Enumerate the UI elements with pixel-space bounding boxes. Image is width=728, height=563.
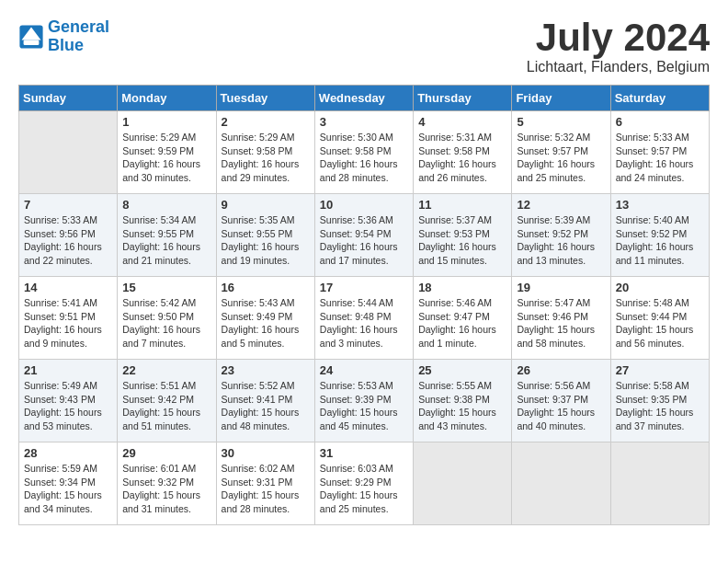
calendar-cell-2-2: 16Sunrise: 5:43 AM Sunset: 9:49 PM Dayli… (216, 277, 314, 360)
calendar-cell-4-1: 29Sunrise: 6:01 AM Sunset: 9:32 PM Dayli… (118, 442, 216, 525)
day-number: 12 (517, 198, 605, 212)
calendar-row-3: 21Sunrise: 5:49 AM Sunset: 9:43 PM Dayli… (19, 360, 710, 442)
calendar-cell-3-1: 22Sunrise: 5:51 AM Sunset: 9:42 PM Dayli… (118, 360, 216, 442)
month-title: July 2024 (527, 18, 710, 57)
calendar-header: Sunday Monday Tuesday Wednesday Thursday… (19, 86, 710, 111)
cell-content: Sunrise: 5:59 AM Sunset: 9:34 PM Dayligh… (24, 462, 112, 516)
calendar-cell-3-2: 23Sunrise: 5:52 AM Sunset: 9:41 PM Dayli… (216, 360, 314, 442)
day-number: 10 (320, 198, 408, 212)
calendar-cell-0-5: 5Sunrise: 5:32 AM Sunset: 9:57 PM Daylig… (512, 111, 610, 194)
calendar-cell-0-4: 4Sunrise: 5:31 AM Sunset: 9:58 PM Daylig… (414, 111, 512, 194)
day-number: 3 (320, 115, 408, 129)
cell-content: Sunrise: 5:29 AM Sunset: 9:58 PM Dayligh… (222, 131, 310, 185)
cell-content: Sunrise: 5:33 AM Sunset: 9:57 PM Dayligh… (616, 131, 704, 185)
day-number: 13 (616, 198, 704, 212)
header-tuesday: Tuesday (216, 86, 314, 111)
logo-text: General Blue (48, 18, 109, 55)
calendar-cell-2-4: 18Sunrise: 5:46 AM Sunset: 9:47 PM Dayli… (414, 277, 512, 360)
calendar-body: 1Sunrise: 5:29 AM Sunset: 9:59 PM Daylig… (19, 111, 710, 525)
location-title: Lichtaart, Flanders, Belgium (527, 59, 710, 75)
calendar-cell-0-0 (19, 111, 118, 194)
header-wednesday: Wednesday (314, 86, 413, 111)
day-number: 11 (418, 198, 506, 212)
calendar-cell-4-0: 28Sunrise: 5:59 AM Sunset: 9:34 PM Dayli… (19, 442, 118, 525)
calendar-row-4: 28Sunrise: 5:59 AM Sunset: 9:34 PM Dayli… (19, 442, 710, 525)
header-friday: Friday (512, 86, 610, 111)
calendar-cell-1-0: 7Sunrise: 5:33 AM Sunset: 9:56 PM Daylig… (19, 194, 118, 277)
calendar-cell-3-4: 25Sunrise: 5:55 AM Sunset: 9:38 PM Dayli… (414, 360, 512, 442)
day-number: 27 (616, 363, 704, 377)
cell-content: Sunrise: 5:49 AM Sunset: 9:43 PM Dayligh… (24, 379, 112, 433)
day-number: 22 (122, 363, 210, 377)
header: General Blue July 2024 Lichtaart, Flande… (18, 18, 710, 75)
cell-content: Sunrise: 5:40 AM Sunset: 9:52 PM Dayligh… (616, 213, 704, 268)
cell-content: Sunrise: 5:44 AM Sunset: 9:48 PM Dayligh… (320, 296, 408, 350)
day-number: 8 (122, 198, 210, 212)
header-row: Sunday Monday Tuesday Wednesday Thursday… (19, 86, 710, 111)
cell-content: Sunrise: 5:42 AM Sunset: 9:50 PM Dayligh… (122, 296, 210, 350)
calendar-cell-0-3: 3Sunrise: 5:30 AM Sunset: 9:58 PM Daylig… (314, 111, 413, 194)
cell-content: Sunrise: 5:56 AM Sunset: 9:37 PM Dayligh… (517, 379, 605, 433)
day-number: 4 (418, 115, 506, 129)
calendar-cell-4-4 (414, 442, 512, 525)
calendar-cell-4-5 (512, 442, 610, 525)
cell-content: Sunrise: 6:03 AM Sunset: 9:29 PM Dayligh… (320, 462, 408, 516)
cell-content: Sunrise: 5:55 AM Sunset: 9:38 PM Dayligh… (418, 379, 506, 433)
calendar-cell-4-3: 31Sunrise: 6:03 AM Sunset: 9:29 PM Dayli… (314, 442, 413, 525)
day-number: 31 (320, 446, 408, 460)
cell-content: Sunrise: 5:33 AM Sunset: 9:56 PM Dayligh… (24, 213, 112, 268)
day-number: 7 (24, 198, 112, 212)
day-number: 25 (418, 363, 506, 377)
day-number: 9 (222, 198, 310, 212)
day-number: 16 (222, 281, 310, 294)
cell-content: Sunrise: 5:34 AM Sunset: 9:55 PM Dayligh… (122, 213, 210, 268)
header-thursday: Thursday (414, 86, 512, 111)
title-section: July 2024 Lichtaart, Flanders, Belgium (527, 18, 710, 75)
calendar-cell-1-2: 9Sunrise: 5:35 AM Sunset: 9:55 PM Daylig… (216, 194, 314, 277)
day-number: 2 (222, 115, 310, 129)
day-number: 29 (122, 446, 210, 460)
calendar-cell-1-1: 8Sunrise: 5:34 AM Sunset: 9:55 PM Daylig… (118, 194, 216, 277)
calendar-row-0: 1Sunrise: 5:29 AM Sunset: 9:59 PM Daylig… (19, 111, 710, 194)
cell-content: Sunrise: 5:35 AM Sunset: 9:55 PM Dayligh… (222, 213, 310, 268)
calendar-cell-0-1: 1Sunrise: 5:29 AM Sunset: 9:59 PM Daylig… (118, 111, 216, 194)
cell-content: Sunrise: 5:39 AM Sunset: 9:52 PM Dayligh… (517, 213, 605, 268)
logo-line1: General (48, 17, 109, 36)
calendar-table: Sunday Monday Tuesday Wednesday Thursday… (18, 85, 710, 525)
day-number: 23 (222, 363, 310, 377)
cell-content: Sunrise: 5:51 AM Sunset: 9:42 PM Dayligh… (122, 379, 210, 433)
calendar-row-2: 14Sunrise: 5:41 AM Sunset: 9:51 PM Dayli… (19, 277, 710, 360)
cell-content: Sunrise: 5:43 AM Sunset: 9:49 PM Dayligh… (222, 296, 310, 350)
day-number: 5 (517, 115, 605, 129)
cell-content: Sunrise: 6:02 AM Sunset: 9:31 PM Dayligh… (222, 462, 310, 516)
header-sunday: Sunday (19, 86, 118, 111)
calendar-cell-4-2: 30Sunrise: 6:02 AM Sunset: 9:31 PM Dayli… (216, 442, 314, 525)
logo: General Blue (18, 18, 109, 55)
day-number: 19 (517, 281, 605, 294)
day-number: 17 (320, 281, 408, 294)
cell-content: Sunrise: 6:01 AM Sunset: 9:32 PM Dayligh… (122, 462, 210, 516)
day-number: 24 (320, 363, 408, 377)
cell-content: Sunrise: 5:37 AM Sunset: 9:53 PM Dayligh… (418, 213, 506, 268)
day-number: 30 (222, 446, 310, 460)
cell-content: Sunrise: 5:29 AM Sunset: 9:59 PM Dayligh… (122, 131, 210, 185)
calendar-cell-2-0: 14Sunrise: 5:41 AM Sunset: 9:51 PM Dayli… (19, 277, 118, 360)
day-number: 28 (24, 446, 112, 460)
cell-content: Sunrise: 5:47 AM Sunset: 9:46 PM Dayligh… (517, 296, 605, 350)
calendar-cell-3-6: 27Sunrise: 5:58 AM Sunset: 9:35 PM Dayli… (610, 360, 709, 442)
cell-content: Sunrise: 5:58 AM Sunset: 9:35 PM Dayligh… (616, 379, 704, 433)
header-monday: Monday (118, 86, 216, 111)
header-saturday: Saturday (610, 86, 709, 111)
calendar-cell-2-3: 17Sunrise: 5:44 AM Sunset: 9:48 PM Dayli… (314, 277, 413, 360)
calendar-cell-3-5: 26Sunrise: 5:56 AM Sunset: 9:37 PM Dayli… (512, 360, 610, 442)
day-number: 1 (122, 115, 210, 129)
cell-content: Sunrise: 5:36 AM Sunset: 9:54 PM Dayligh… (320, 213, 408, 268)
calendar-cell-3-0: 21Sunrise: 5:49 AM Sunset: 9:43 PM Dayli… (19, 360, 118, 442)
cell-content: Sunrise: 5:48 AM Sunset: 9:44 PM Dayligh… (616, 296, 704, 350)
calendar-cell-1-6: 13Sunrise: 5:40 AM Sunset: 9:52 PM Dayli… (610, 194, 709, 277)
svg-rect-2 (24, 40, 40, 45)
cell-content: Sunrise: 5:52 AM Sunset: 9:41 PM Dayligh… (222, 379, 310, 433)
day-number: 6 (616, 115, 704, 129)
cell-content: Sunrise: 5:30 AM Sunset: 9:58 PM Dayligh… (320, 131, 408, 185)
calendar-cell-4-6 (610, 442, 709, 525)
